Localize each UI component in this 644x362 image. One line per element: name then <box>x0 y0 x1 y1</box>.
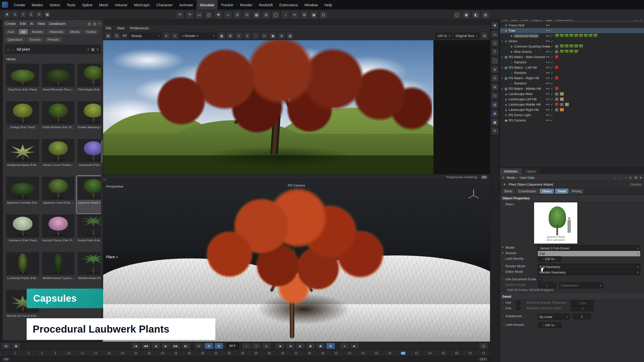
tree-node-row[interactable]: ▾ Tree F + <box>500 28 644 33</box>
attribute-section-tab[interactable]: Detail <box>555 189 568 194</box>
frame-tick[interactable]: 8 <box>49 350 62 356</box>
expand-icon[interactable]: ◳ <box>479 343 488 349</box>
node-icon[interactable] <box>504 76 508 80</box>
menu-item[interactable]: Redshift <box>256 0 276 10</box>
flag-tag-icon[interactable]: F <box>555 108 558 112</box>
frame-tick[interactable]: 12 <box>75 350 89 356</box>
frame-tick[interactable]: 4 <box>22 350 35 356</box>
axis-lock-button[interactable]: X <box>12 11 19 18</box>
material-chips[interactable] <box>560 50 579 54</box>
node-label[interactable]: Landscape Left Hill <box>508 97 537 101</box>
menu-item[interactable]: Mesh <box>96 0 112 10</box>
expand-icon[interactable]: ▾ <box>500 66 504 69</box>
render-view-icon[interactable]: ▦ <box>218 32 225 39</box>
frame-tick[interactable]: 22 <box>142 350 156 356</box>
toolbar-icon[interactable]: ✚ <box>214 11 222 19</box>
attributes-nav-icon[interactable]: ⊙ <box>629 176 632 179</box>
toolbar-icon[interactable]: ⚙ <box>243 11 251 19</box>
visibility-dots-icon[interactable] <box>546 35 549 36</box>
asset-thumbnail[interactable]: Golden Weeping Willo... <box>76 100 101 138</box>
frame-tick[interactable]: 44 <box>290 350 303 356</box>
enabled-check-icon[interactable] <box>551 92 554 96</box>
enabled-check-icon[interactable] <box>551 103 554 106</box>
toolbar-icon[interactable]: ⊡ <box>319 11 328 19</box>
frame-tick[interactable]: 46 <box>303 350 316 356</box>
playback-button[interactable]: ▶▶ <box>171 343 180 349</box>
toolbar-icon[interactable]: ≈ <box>224 11 232 19</box>
node-label[interactable]: RS Matrix - Main Ground <box>508 55 545 59</box>
tree-node-row[interactable]: Landscape Main F + <box>500 91 644 97</box>
use-document-scale-checkbox[interactable] <box>538 277 542 282</box>
visibility-dots-icon[interactable] <box>546 88 549 89</box>
attribute-section-tab[interactable]: Coordinates <box>516 189 539 194</box>
subdivision-field[interactable]: 1 <box>573 314 591 319</box>
filter-tab[interactable]: Materials <box>47 29 66 34</box>
frame-tick[interactable]: 36 <box>236 350 249 356</box>
enabled-check-icon[interactable] <box>551 50 554 54</box>
render-toolbar-icon[interactable]: ◧ <box>472 11 480 19</box>
visibility-dots-icon[interactable] <box>546 83 549 84</box>
max-branch-field[interactable]: 3 <box>571 306 594 311</box>
frame-tick[interactable]: 2 <box>9 350 22 356</box>
side-tool-icon[interactable]: ◳ <box>491 39 499 47</box>
toolbar-icon[interactable]: ◳ <box>205 11 213 19</box>
playback-toggle[interactable]: ⊞ <box>204 343 213 349</box>
node-icon[interactable] <box>504 24 508 27</box>
render-view-menu-item[interactable]: File <box>106 26 111 30</box>
flag-tag-icon[interactable]: F <box>555 45 558 48</box>
side-tool-icon[interactable]: ◯ <box>491 57 499 64</box>
record-button[interactable]: ● <box>242 343 251 349</box>
param-dot-icon[interactable] <box>502 278 503 280</box>
place-tool-label[interactable]: Place + <box>106 255 118 259</box>
node-label[interactable]: Grass <box>508 39 518 43</box>
tree-node-row[interactable]: Random F + <box>500 70 644 75</box>
menu-item[interactable]: Select <box>46 0 63 10</box>
toolbar-icon[interactable]: ◔ <box>281 11 289 19</box>
visibility-dots-icon[interactable] <box>546 67 549 68</box>
audio-play-button[interactable]: ▶ <box>350 343 359 349</box>
visibility-dots-icon[interactable] <box>546 114 549 116</box>
frame-tick[interactable]: 68 <box>450 350 463 356</box>
min-branch-use-checkbox[interactable] <box>516 301 520 305</box>
side-tool-icon[interactable]: ◈ <box>491 66 499 73</box>
visibility-dots-icon[interactable] <box>546 46 549 47</box>
menu-item[interactable]: Render <box>237 0 256 10</box>
playback-button[interactable]: ◀ <box>151 343 160 349</box>
asset-thumbnail[interactable]: Field Maple (Fall, Plant) <box>76 63 101 100</box>
attributes-nav-icon[interactable]: ▾ <box>640 176 641 179</box>
leaf-amount-field[interactable]: ◂100 %▸ <box>538 322 561 328</box>
material-chips[interactable] <box>560 44 584 49</box>
toolbar-icon[interactable]: ✂ <box>291 11 299 19</box>
node-icon[interactable] <box>509 45 514 48</box>
tree-node-row[interactable]: RS Dome Light F + <box>500 112 644 118</box>
frame-tick[interactable]: 72 <box>477 350 490 356</box>
node-icon[interactable] <box>509 71 514 75</box>
menu-item[interactable]: Modes <box>28 0 46 10</box>
enabled-check-icon[interactable] <box>551 61 554 64</box>
node-label[interactable]: Blue Grama <box>514 50 532 54</box>
asset-thumbnail[interactable]: Lombardy Poplar (Fall... <box>5 251 40 289</box>
asset-browser-menu-item[interactable]: View <box>37 22 45 26</box>
keyframe-button[interactable]: ◆ <box>276 343 285 349</box>
attributes-nav-icon[interactable]: ⚙ <box>634 176 637 179</box>
visibility-dots-icon[interactable] <box>546 51 549 52</box>
asset-thumbnail[interactable]: Ginkgo (Fall, Plant) <box>5 100 40 138</box>
redshift-tag-icon[interactable] <box>555 55 559 59</box>
toolbar-icon[interactable]: ↶ <box>176 11 184 19</box>
timeline-corner-icon[interactable]: ▦ <box>12 343 21 349</box>
frame-tick[interactable]: 18 <box>115 350 129 356</box>
flag-tag-icon[interactable]: F <box>560 103 564 106</box>
toolbar-icon[interactable]: ⊟ <box>262 11 270 19</box>
redshift-tag-icon[interactable] <box>555 66 559 69</box>
asset-browser-menu-item[interactable]: Edit <box>20 22 26 26</box>
node-icon[interactable] <box>504 113 508 117</box>
node-icon[interactable] <box>504 39 508 43</box>
keyframe-button[interactable]: ⊞ <box>326 343 335 349</box>
editor-mode-dropdown[interactable]: Render Geometry▾ <box>538 269 640 275</box>
tree-node-row[interactable]: Blue Grama F + <box>500 49 644 54</box>
node-icon[interactable] <box>504 55 508 59</box>
asset-thumbnail[interactable]: Japanese Larch (Fall, ... <box>41 176 75 213</box>
node-icon[interactable] <box>504 92 508 96</box>
tree-node-row[interactable]: Common Quaking Grass F + <box>500 44 644 49</box>
param-dot-icon[interactable] <box>502 257 503 259</box>
